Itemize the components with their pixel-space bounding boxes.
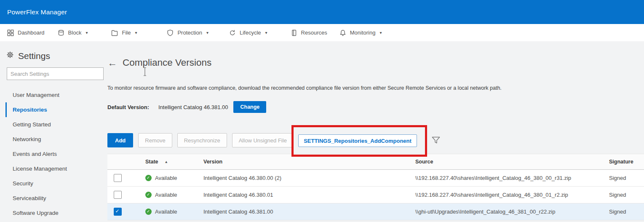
column-label: State: [145, 159, 158, 165]
nav-label: Monitoring: [350, 29, 376, 36]
table-row[interactable]: Available Intelligent Catalog 46.380.00 …: [107, 170, 644, 187]
compliance-versions-panel: ← Compliance Versions To monitor resourc…: [107, 41, 644, 222]
back-arrow-icon[interactable]: ←: [107, 58, 117, 68]
nav-label: Lifecycle: [240, 29, 261, 36]
sidebar-item-events-and-alerts[interactable]: Events and Alerts: [5, 147, 105, 161]
sidebar-item-software-upgrade[interactable]: Software Upgrade: [5, 206, 105, 220]
default-version-value: Intelligent Catalog 46.381.00: [158, 104, 228, 110]
available-check-icon: [145, 175, 152, 181]
resynchronize-button[interactable]: Resynchronize: [177, 133, 227, 147]
compliance-versions-table: State ▲ Version Source Signature Availab…: [107, 154, 644, 220]
repository-toolbar: Add Remove Resynchronize Allow Unsigned …: [107, 133, 294, 147]
settings-repositories-addcomponent-button[interactable]: SETTINGS_Repositories_AddComponent: [298, 134, 417, 147]
cell-checkbox: [107, 174, 139, 182]
cell-signature: Signed: [603, 175, 644, 181]
sidebar-item-user-management[interactable]: User Management: [5, 88, 105, 102]
search-settings-input[interactable]: [7, 67, 104, 80]
cell-source: \\192.168.227.40\shares\Intelligent_Cata…: [410, 175, 603, 181]
app-title: PowerFlex Manager: [7, 8, 67, 16]
column-header-signature[interactable]: Signature: [603, 159, 644, 165]
change-button[interactable]: Change: [233, 101, 266, 113]
sidebar-item-serviceability[interactable]: Serviceability: [5, 191, 105, 206]
sidebar-item-networking[interactable]: Networking: [5, 132, 105, 147]
powerflex-manager-window: PowerFlex Manager Dashboard Block ▾ File…: [0, 0, 644, 222]
settings-heading: Settings: [6, 51, 50, 61]
settings-menu: User Management Repositories Getting Sta…: [0, 88, 105, 220]
settings-sidebar: Settings User Management Repositories Ge…: [0, 41, 105, 222]
add-button[interactable]: Add: [107, 133, 133, 147]
column-header-source[interactable]: Source: [410, 159, 603, 165]
cell-source: \\192.168.227.40\shares\Intelligent_Cata…: [410, 192, 603, 198]
chevron-down-icon: ▾: [265, 30, 267, 35]
page-title-row: ← Compliance Versions: [107, 57, 211, 68]
table-header-row: State ▲ Version Source Signature: [107, 154, 644, 170]
nav-item-file[interactable]: File ▾: [111, 29, 137, 37]
cell-state: Available: [139, 209, 198, 215]
nav-item-lifecycle[interactable]: Lifecycle ▾: [229, 29, 267, 37]
nav-label: Protection: [177, 29, 202, 36]
cell-version: Intelligent Catalog 46.381.00: [198, 209, 410, 215]
row-checkbox[interactable]: [114, 174, 122, 182]
row-checkbox[interactable]: [114, 208, 122, 216]
settings-search: [7, 67, 104, 80]
cell-state: Available: [139, 192, 198, 198]
state-text: Available: [155, 175, 177, 181]
row-checkbox[interactable]: [114, 191, 122, 199]
nav-item-dashboard[interactable]: Dashboard: [7, 29, 45, 37]
page-content: Settings User Management Repositories Ge…: [0, 41, 644, 222]
nav-label: Block: [68, 29, 82, 36]
cell-signature: Signed: [603, 192, 644, 198]
nav-item-monitoring[interactable]: Monitoring ▾: [339, 29, 382, 37]
page-title: Compliance Versions: [123, 57, 211, 68]
page-description: To monitor resource firmware and softwar…: [107, 85, 502, 91]
nav-label: File: [122, 29, 131, 36]
sidebar-title: Settings: [18, 51, 50, 61]
file-folder-icon: [111, 29, 118, 37]
lifecycle-cycle-icon: [229, 29, 236, 37]
resources-server-icon: [290, 29, 298, 37]
state-text: Available: [155, 192, 177, 198]
sidebar-item-repositories[interactable]: Repositories: [5, 102, 105, 117]
nav-item-resources[interactable]: Resources: [290, 29, 327, 37]
nav-label: Dashboard: [18, 29, 45, 36]
sidebar-item-getting-started[interactable]: Getting Started: [5, 117, 105, 132]
app-header-bar: PowerFlex Manager: [0, 0, 644, 24]
chevron-down-icon: ▾: [86, 30, 88, 35]
default-version-row: Default Version: Intelligent Catalog 46.…: [107, 101, 266, 113]
nav-item-protection[interactable]: Protection ▾: [166, 29, 208, 37]
chevron-down-icon: ▾: [135, 30, 137, 35]
cell-signature: Signed: [603, 209, 644, 215]
allow-unsigned-file-button[interactable]: Allow Unsigned File: [232, 133, 294, 147]
sidebar-item-license-management[interactable]: License Management: [5, 161, 105, 176]
settings-gear-icon: [6, 51, 14, 61]
filter-funnel-icon[interactable]: [430, 135, 441, 147]
cell-version: Intelligent Catalog 46.380.01: [198, 192, 410, 198]
cell-checkbox: [107, 191, 139, 199]
cell-version: Intelligent Catalog 46.380.00 (2): [198, 175, 410, 181]
chevron-down-icon: ▾: [379, 30, 382, 35]
text-cursor: [143, 67, 147, 78]
nav-item-block[interactable]: Block ▾: [57, 29, 88, 37]
sort-ascending-icon: ▲: [165, 160, 168, 164]
block-storage-icon: [57, 29, 65, 37]
monitoring-bell-icon: [339, 29, 347, 37]
cell-state: Available: [139, 175, 198, 181]
available-check-icon: [145, 209, 152, 215]
column-header-version[interactable]: Version: [198, 159, 410, 165]
remove-button[interactable]: Remove: [138, 133, 172, 147]
state-text: Available: [155, 209, 177, 215]
protection-shield-icon: [166, 29, 174, 37]
chevron-down-icon: ▾: [206, 30, 208, 35]
dashboard-grid-icon: [7, 29, 14, 37]
table-row[interactable]: Available Intelligent Catalog 46.381.00 …: [107, 203, 644, 220]
column-header-state[interactable]: State ▲: [139, 159, 198, 165]
cell-source: \\ghi-utl\Upgrades\Intelligent_Catalog_4…: [410, 209, 603, 215]
available-check-icon: [145, 192, 152, 198]
sidebar-item-security[interactable]: Security: [5, 176, 105, 191]
default-version-label: Default Version:: [107, 104, 149, 110]
table-row[interactable]: Available Intelligent Catalog 46.380.01 …: [107, 187, 644, 203]
nav-label: Resources: [301, 29, 327, 36]
cell-checkbox: [107, 208, 139, 216]
main-nav-bar: Dashboard Block ▾ File ▾ Protection ▾ Li…: [0, 24, 644, 42]
